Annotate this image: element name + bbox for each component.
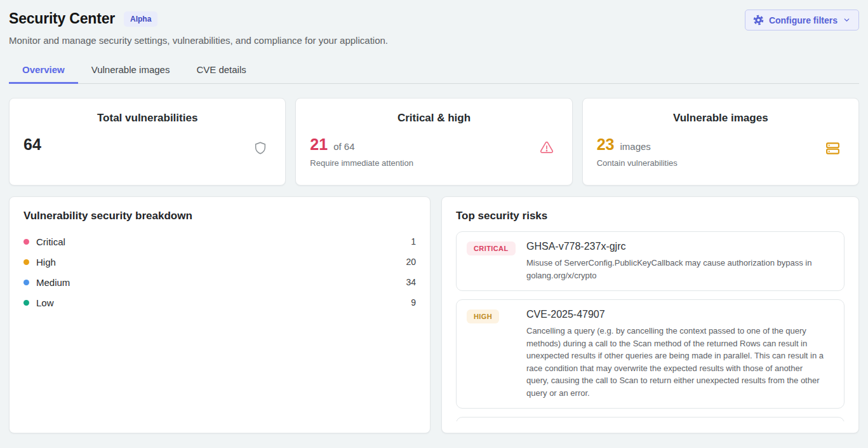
- risk-card[interactable]: CRITICAL GHSA-v778-237x-gjrc Misuse of S…: [456, 231, 845, 291]
- severity-dot: [23, 259, 29, 265]
- severity-label: High: [36, 257, 56, 268]
- tab-bar: Overview Vulnerable images CVE details: [9, 58, 859, 84]
- stat-suffix: images: [620, 141, 650, 152]
- page-title: Security Center: [9, 10, 115, 27]
- page-subtitle: Monitor and manage security settings, vu…: [9, 35, 859, 46]
- severity-count: 1: [411, 236, 416, 247]
- severity-count: 9: [411, 297, 416, 308]
- vulnerability-breakdown-panel: Vulnerability security breakdown Critica…: [9, 196, 431, 433]
- severity-dot: [23, 300, 29, 306]
- breakdown-row: High 20: [23, 252, 416, 272]
- configure-filters-label: Configure filters: [769, 15, 838, 25]
- breakdown-row: Low 9: [23, 292, 416, 313]
- stat-value: 64: [23, 137, 41, 153]
- security-center-page: Security Center Alpha Monitor and manage…: [0, 0, 868, 433]
- shield-icon: [253, 140, 267, 158]
- risk-card[interactable]: HIGH CVE-2025-47907 Cancelling a query (…: [456, 299, 845, 409]
- severity-count: 20: [406, 257, 416, 267]
- severity-dot: [23, 239, 29, 245]
- tab-cve-details[interactable]: CVE details: [183, 58, 259, 84]
- stat-title: Critical & high: [310, 112, 558, 125]
- breakdown-row: Medium 34: [23, 272, 416, 292]
- stats-row: Total vulnerabilities 64 Critical & high…: [9, 98, 859, 186]
- stat-title: Total vulnerabilities: [23, 112, 271, 125]
- risk-list: CRITICAL GHSA-v778-237x-gjrc Misuse of S…: [456, 231, 845, 421]
- stat-value: 23: [597, 137, 615, 153]
- breakdown-title: Vulnerability security breakdown: [23, 210, 416, 222]
- risk-description: Misuse of ServerConfig.PublicKeyCallback…: [526, 257, 825, 282]
- risk-card[interactable]: HIGH CVE-2025-9086: [456, 417, 845, 421]
- risks-title: Top security risks: [456, 210, 845, 222]
- alpha-badge: Alpha: [124, 11, 157, 27]
- breakdown-row: Critical 1: [23, 231, 416, 252]
- tab-vulnerable-images[interactable]: Vulnerable images: [78, 58, 184, 84]
- severity-badge: CRITICAL: [467, 241, 516, 255]
- stat-value: 21: [310, 137, 328, 153]
- risk-id: GHSA-v778-237x-gjrc: [526, 241, 834, 252]
- severity-label: Low: [36, 297, 54, 308]
- severity-label: Medium: [36, 277, 70, 288]
- stat-suffix: of 64: [333, 141, 354, 152]
- page-header: Security Center Alpha Monitor and manage…: [9, 0, 859, 46]
- chevron-down-icon: [843, 16, 851, 24]
- severity-count: 34: [406, 277, 416, 287]
- configure-filters-button[interactable]: Configure filters: [745, 10, 859, 31]
- tab-overview[interactable]: Overview: [9, 58, 78, 84]
- gear-icon: [753, 15, 764, 25]
- risk-id: CVE-2025-47907: [526, 309, 834, 320]
- severity-dot: [23, 280, 29, 285]
- panels-row: Vulnerability security breakdown Critica…: [9, 196, 859, 433]
- server-icon: [825, 140, 841, 159]
- stat-card-vulnerable-images: Vulnerable images 23 images Contain vuln…: [582, 98, 859, 186]
- top-security-risks-panel: Top security risks CRITICAL GHSA-v778-23…: [441, 196, 859, 433]
- stat-subtext: Contain vulnerabilities: [597, 158, 845, 168]
- warning-triangle-icon: [539, 140, 554, 158]
- stat-title: Vulnerable images: [597, 112, 845, 125]
- risk-description: Cancelling a query (e.g. by cancelling t…: [526, 325, 825, 399]
- stat-card-critical-high: Critical & high 21 of 64 Require immedia…: [295, 98, 572, 186]
- severity-badge: HIGH: [467, 309, 499, 323]
- stat-subtext: Require immediate attention: [310, 158, 558, 168]
- stat-card-total-vulnerabilities: Total vulnerabilities 64: [9, 98, 286, 186]
- severity-label: Critical: [36, 236, 65, 247]
- breakdown-rows: Critical 1 High 20 Medium 34: [23, 231, 416, 313]
